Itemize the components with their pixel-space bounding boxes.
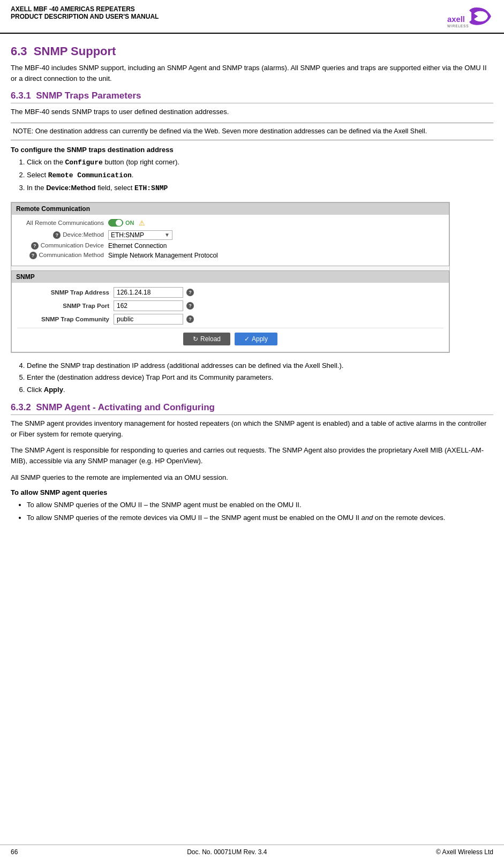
snmp-panel: SNMP SNMP Trap Address 126.1.24.18 ? SNM… <box>11 270 449 352</box>
snmp-trap-community-info-icon[interactable]: ? <box>186 315 194 323</box>
comm-method-info-icon[interactable]: ? <box>29 252 37 259</box>
snmp-trap-address-row: SNMP Trap Address 126.1.24.18 ? <box>17 287 443 298</box>
toggle-on-label: ON <box>125 220 134 226</box>
configure-steps-list: Click on the Configure button (top right… <box>11 157 493 194</box>
device-method-info-icon[interactable]: ? <box>53 231 61 239</box>
step6-apply: Apply <box>44 386 63 394</box>
step-2: Select Remote Communication. <box>27 170 493 182</box>
all-remote-label: All Remote Communications <box>17 220 108 226</box>
snmp-trap-community-row: SNMP Trap Community public ? <box>17 314 443 325</box>
toggle-switch[interactable] <box>108 219 123 227</box>
comm-device-info-icon[interactable]: ? <box>31 242 39 250</box>
comm-device-value: Ethernet Connection <box>108 242 443 250</box>
device-method-row: ?Device:Method ETH:SNMP ▼ <box>17 230 443 240</box>
logo-area: axell WIRELESS <box>445 5 493 29</box>
step1-configure: Configure <box>65 159 103 167</box>
page-header: AXELL MBF -40 AMERICAS REPEATERS PRODUCT… <box>0 0 504 34</box>
section-63-heading: 6.3 SNMP Support <box>11 44 493 58</box>
header-text: AXELL MBF -40 AMERICAS REPEATERS PRODUCT… <box>11 5 159 20</box>
step-4: Define the SNMP trap destination IP addr… <box>27 360 493 372</box>
rc-panel-header: Remote Communication <box>12 203 449 215</box>
step3-eth-snmp: ETH:SNMP <box>134 184 168 192</box>
snmp-trap-port-info-icon[interactable]: ? <box>186 302 194 310</box>
snmp-trap-address-info-icon[interactable]: ? <box>186 289 194 296</box>
snmp-trap-address-input[interactable]: 126.1.24.18 <box>114 287 183 298</box>
section-632-heading: 6.3.2 SNMP Agent - Activating and Config… <box>11 402 493 415</box>
steps-4-6-list: Define the SNMP trap destination IP addr… <box>11 360 493 396</box>
header-line1: AXELL MBF -40 AMERICAS REPEATERS <box>11 5 159 13</box>
snmp-action-buttons: ↻ Reload ✓ Apply <box>17 328 443 348</box>
all-remote-row: All Remote Communications ON ⚠ <box>17 219 443 227</box>
device-method-label: ?Device:Method <box>17 231 108 239</box>
snmp-panel-header: SNMP <box>12 271 449 283</box>
step3-device-method: Device:Method <box>46 184 95 192</box>
svg-text:WIRELESS: WIRELESS <box>447 24 469 28</box>
ui-screenshot-box: Remote Communication All Remote Communic… <box>11 202 450 353</box>
warning-icon: ⚠ <box>139 219 145 227</box>
bullet-item-2: To allow SNMP queries of the remote devi… <box>27 513 493 524</box>
axell-logo: axell WIRELESS <box>445 5 493 29</box>
device-method-select[interactable]: ETH:SNMP ▼ <box>108 230 172 240</box>
checkmark-icon: ✓ <box>244 335 250 343</box>
apply-button[interactable]: ✓ Apply <box>235 333 277 345</box>
reload-icon: ↻ <box>193 335 198 343</box>
step-5: Enter the (destination address device) T… <box>27 372 493 383</box>
section-631-heading: 6.3.1 SNMP Traps Parameters <box>11 91 493 103</box>
snmp-trap-community-label: SNMP Trap Community <box>17 316 114 322</box>
comm-method-label: ?Communication Method <box>17 252 108 259</box>
footer-page-num: 66 <box>11 848 18 856</box>
rc-panel: Remote Communication All Remote Communic… <box>11 202 449 266</box>
comm-device-row: ?Communication Device Ethernet Connectio… <box>17 242 443 250</box>
main-content: 6.3 SNMP Support The MBF-40 includes SNM… <box>0 34 504 845</box>
snmp-trap-port-label: SNMP Trap Port <box>17 303 114 309</box>
section-632-para1: The SNMP agent provides inventory manage… <box>11 418 493 440</box>
svg-text:axell: axell <box>447 15 465 24</box>
device-method-value: ETH:SNMP ▼ <box>108 230 443 240</box>
section-63-intro: The MBF-40 includes SNMP support, includ… <box>11 63 493 84</box>
step-6: Click Apply. <box>27 385 493 396</box>
instruction-heading: To configure the SNMP traps destination … <box>11 146 493 154</box>
allow-snmp-bullets: To allow SNMP queries of the OMU II – th… <box>11 500 493 524</box>
section-632-para3: All SNMP queries to the remote are imple… <box>11 472 493 483</box>
step-3: In the Device:Method field, select ETH:S… <box>27 183 493 194</box>
select-arrow-icon: ▼ <box>164 232 170 238</box>
comm-device-label: ?Communication Device <box>17 242 108 250</box>
snmp-trap-port-input[interactable]: 162 <box>114 300 183 311</box>
reload-button[interactable]: ↻ Reload <box>183 333 230 345</box>
toggle-area: ON ⚠ <box>108 219 145 227</box>
rc-panel-body: All Remote Communications ON ⚠ ?Device:M… <box>12 215 449 266</box>
bullet-item-1: To allow SNMP queries of the OMU II – th… <box>27 500 493 511</box>
page-footer: 66 Doc. No. 00071UM Rev. 3.4 © Axell Wir… <box>0 845 504 859</box>
section-632-para2: The SNMP Agent is responsible for respon… <box>11 445 493 466</box>
snmp-trap-community-input[interactable]: public <box>114 314 183 325</box>
snmp-panel-body: SNMP Trap Address 126.1.24.18 ? SNMP Tra… <box>12 283 449 352</box>
comm-method-value: Simple Network Management Protocol <box>108 252 443 259</box>
comm-method-row: ?Communication Method Simple Network Man… <box>17 252 443 259</box>
snmp-trap-port-row: SNMP Trap Port 162 ? <box>17 300 443 311</box>
step-1: Click on the Configure button (top right… <box>27 157 493 169</box>
header-line2: PRODUCT DESCRIPTION AND USER'S MANUAL <box>11 13 159 20</box>
section-631-intro: The MBF-40 sends SNMP traps to user defi… <box>11 107 493 117</box>
footer-copyright: © Axell Wireless Ltd <box>436 848 493 856</box>
note-box: NOTE: One destination address can curren… <box>11 123 493 140</box>
footer-doc-info: Doc. No. 00071UM Rev. 3.4 <box>187 848 267 856</box>
snmp-trap-address-label: SNMP Trap Address <box>17 289 114 296</box>
allow-snmp-heading: To allow SNMP agent queries <box>11 488 493 496</box>
step2-remote-comm: Remote Communication <box>48 171 132 179</box>
